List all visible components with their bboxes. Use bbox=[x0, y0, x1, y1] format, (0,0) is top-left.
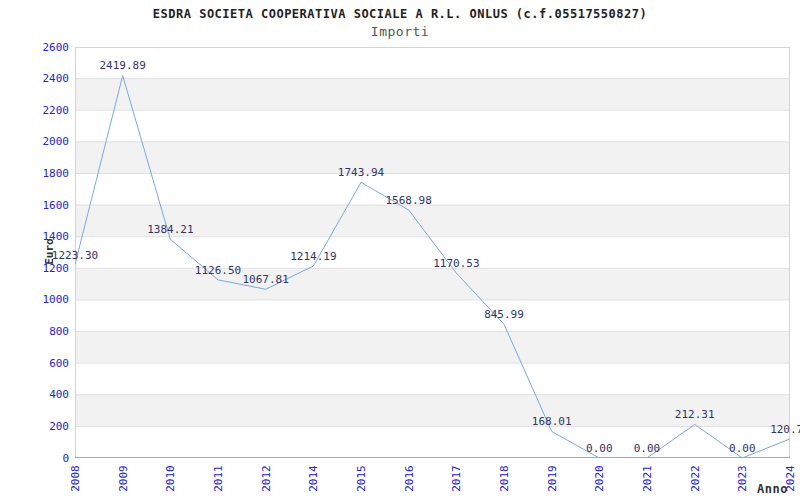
chart-title: ESDRA SOCIETA COOPERATIVA SOCIALE A R.L.… bbox=[0, 7, 800, 21]
point-label: 212.31 bbox=[663, 408, 727, 421]
x-axis-tick-label: 2014 bbox=[307, 463, 320, 495]
y-axis-tick-label: 1000 bbox=[0, 293, 69, 306]
x-axis-title: Anno bbox=[757, 482, 788, 496]
y-axis-tick-label: 0 bbox=[0, 452, 69, 465]
x-axis-tick-label: 2021 bbox=[641, 463, 654, 495]
y-axis-tick-label: 1400 bbox=[0, 230, 69, 243]
plot-band bbox=[75, 426, 790, 458]
x-axis-tick-label: 2017 bbox=[450, 463, 463, 495]
point-label: 120.71 bbox=[758, 423, 800, 436]
plot-svg bbox=[75, 47, 790, 458]
plot-band bbox=[75, 332, 790, 364]
y-axis-tick-label: 600 bbox=[0, 357, 69, 370]
plot-area bbox=[75, 47, 790, 458]
y-axis-tick-label: 200 bbox=[0, 420, 69, 433]
x-axis-tick-label: 2011 bbox=[212, 463, 225, 495]
plot-band bbox=[75, 300, 790, 332]
y-axis-tick-label: 400 bbox=[0, 388, 69, 401]
y-axis-tick-label: 2000 bbox=[0, 135, 69, 148]
x-axis-tick-label: 2008 bbox=[69, 463, 82, 495]
x-axis-tick-label: 2023 bbox=[736, 463, 749, 495]
point-label: 168.01 bbox=[520, 415, 584, 428]
chart-subtitle: Importi bbox=[0, 24, 800, 39]
point-label: 845.99 bbox=[472, 308, 536, 321]
point-label: 2419.89 bbox=[91, 59, 155, 72]
plot-band bbox=[75, 142, 790, 174]
x-axis-tick-label: 2022 bbox=[688, 463, 701, 495]
y-axis-tick-label: 800 bbox=[0, 325, 69, 338]
point-label: 0.00 bbox=[615, 442, 679, 455]
importi-line-chart: ESDRA SOCIETA COOPERATIVA SOCIALE A R.L.… bbox=[0, 0, 800, 500]
point-label: 1384.21 bbox=[138, 223, 202, 236]
x-axis-tick-label: 2010 bbox=[164, 463, 177, 495]
y-axis-tick-label: 2600 bbox=[0, 41, 69, 54]
point-label: 1170.53 bbox=[424, 257, 488, 270]
point-label: 1067.81 bbox=[234, 273, 298, 286]
x-axis-tick-label: 2009 bbox=[116, 463, 129, 495]
x-axis-tick-label: 2019 bbox=[545, 463, 558, 495]
x-axis-tick-label: 2016 bbox=[402, 463, 415, 495]
plot-band bbox=[75, 268, 790, 300]
plot-band bbox=[75, 110, 790, 142]
plot-band bbox=[75, 79, 790, 111]
plot-band bbox=[75, 363, 790, 395]
x-axis-tick-label: 2015 bbox=[355, 463, 368, 495]
x-axis-tick-label: 2012 bbox=[259, 463, 272, 495]
y-axis-tick-label: 1600 bbox=[0, 199, 69, 212]
point-label: 1223.30 bbox=[43, 249, 107, 262]
y-axis-tick-label: 1800 bbox=[0, 167, 69, 180]
y-axis-tick-label: 1200 bbox=[0, 262, 69, 275]
y-axis-tick-label: 2400 bbox=[0, 72, 69, 85]
point-label: 1568.98 bbox=[377, 194, 441, 207]
point-label: 1214.19 bbox=[281, 250, 345, 263]
point-label: 1743.94 bbox=[329, 166, 393, 179]
y-axis-tick-label: 2200 bbox=[0, 104, 69, 117]
x-axis-tick-label: 2020 bbox=[593, 463, 606, 495]
x-axis-tick-label: 2018 bbox=[498, 463, 511, 495]
plot-band bbox=[75, 47, 790, 79]
point-label: 0.00 bbox=[710, 442, 774, 455]
